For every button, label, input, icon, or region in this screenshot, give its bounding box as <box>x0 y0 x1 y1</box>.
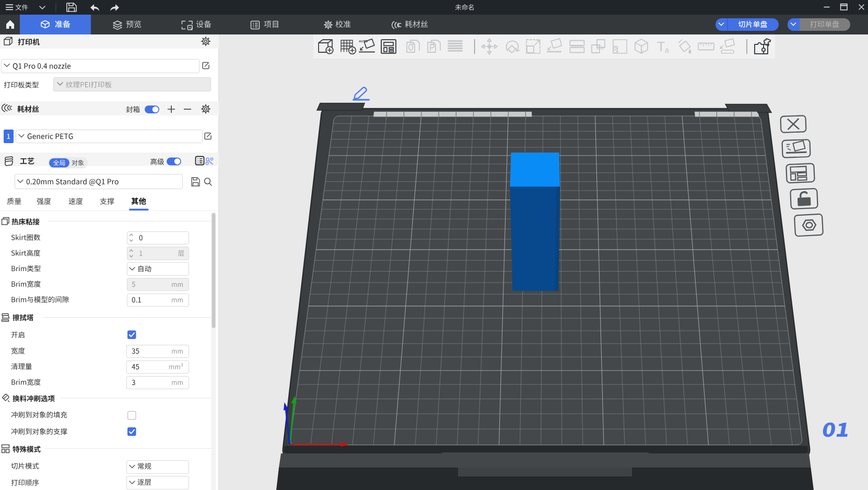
svg-text:T: T <box>657 39 665 54</box>
svg-text:a: a <box>665 46 669 54</box>
svg-text:AUTO: AUTO <box>359 40 368 43</box>
